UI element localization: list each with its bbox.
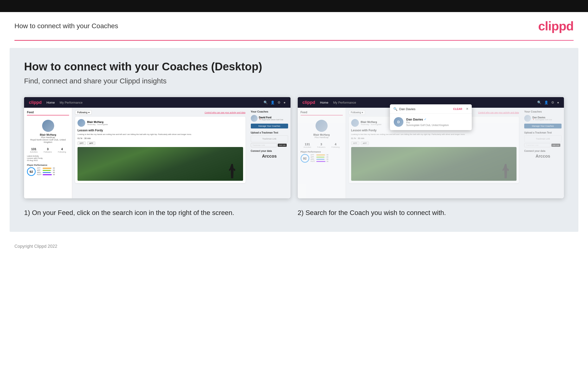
app-body-1: Feed Blair McHarg Plus Handicap Royal No… [24, 108, 290, 198]
stat-followers-lbl: Followers [44, 151, 52, 153]
location-icon: 📍 [259, 119, 261, 121]
add-link-button[interactable]: Add Link [278, 144, 287, 147]
post-title: Lesson with Fordy [78, 129, 243, 132]
avatar-icon[interactable]: ● [283, 101, 285, 104]
avatar-icon-2[interactable]: ● [557, 101, 559, 104]
description-row: 1) On your Feed, click on the search ico… [24, 208, 564, 217]
profile-name: Blair McHarg [27, 133, 69, 136]
right-panel-2: Your Coaches Dan Davies 📍Sunningdale Gol… [522, 108, 564, 198]
post-user-info: Blair McHarg Yesterday · Sunningdale [87, 120, 108, 126]
bar-app: APP 85 [37, 169, 69, 171]
post-avatar [78, 119, 85, 127]
bar-arg: ARG 86 [37, 172, 69, 173]
arccos-logo: Arccos [251, 154, 288, 159]
middle-panel-1: Following ▾ Control who can see your act… [72, 108, 248, 198]
stats-row: 131 Activities 3 Followers 4 Following [27, 147, 69, 153]
stat-following-lbl: Following [58, 151, 66, 153]
nav-performance-2[interactable]: My Performance [333, 101, 356, 104]
profile-club: Royal North Devon Golf Club, United King… [27, 138, 69, 143]
search-query[interactable]: Dan Davies [399, 107, 451, 111]
post-meta: Yesterday · Sunningdale [87, 123, 108, 126]
coach-name-2: Dan Davies [532, 116, 552, 119]
top-bar [0, 0, 588, 12]
profile-name-2: Blair McHarg [301, 133, 343, 136]
main-content: How to connect with your Coaches (Deskto… [10, 48, 578, 232]
nav-home[interactable]: Home [46, 101, 55, 104]
coach-club: 📍 Royal North Devon Golf Club [259, 119, 283, 121]
settings-icon[interactable]: ⚙ [278, 101, 281, 104]
stat-activities-val: 131 [30, 147, 38, 151]
post-text: Looking to feel like my hands are exitin… [78, 133, 243, 136]
btn-ott[interactable]: OTT [78, 141, 86, 145]
header-divider [14, 40, 574, 41]
nav-performance[interactable]: My Performance [60, 101, 83, 104]
header: How to connect with your Coaches clippd [0, 12, 588, 40]
trackman-input-row: Trackman Link Add Link [251, 143, 288, 147]
verified-badge: ✓ [424, 118, 427, 121]
stat-activities-lbl: Activities [30, 151, 38, 153]
search-icon-2[interactable]: 🔍 [537, 101, 541, 104]
close-search-button[interactable]: × [466, 107, 468, 111]
settings-icon-2[interactable]: ⚙ [551, 101, 554, 104]
description-2: 2) Search for the Coach you wish to conn… [298, 208, 564, 217]
feed-label: Feed [27, 110, 69, 115]
search-icon-overlay: 🔍 [393, 107, 397, 111]
manage-coaches-button-2[interactable]: Manage Your Coaches [524, 124, 562, 129]
latest-activity-section: Latest Activity Lesson with Fordy 03 Aug… [27, 155, 69, 161]
score-circle: 92 [27, 167, 36, 176]
trackman-input[interactable]: Trackman Link [251, 143, 277, 147]
coach-item: David Ford 📍 Royal North Devon Golf Club [251, 115, 288, 122]
post-buttons: OTT APP [78, 141, 243, 145]
nav-home-2[interactable]: Home [320, 101, 329, 104]
post-image [78, 147, 243, 181]
search-overlay: 🔍 Dan Davies CLEAR × D Dan Davies ✓ Pro [390, 104, 472, 130]
copyright: Copyright Clippd 2022 [14, 244, 57, 249]
app-mockup-1: clippd Home My Performance 🔍 👤 ⚙ ● Feed [24, 97, 290, 198]
result-info: Dan Davies ✓ Pro Sunningdale Golf Club, … [406, 118, 449, 127]
nav-icons: 🔍 👤 ⚙ ● [263, 101, 285, 104]
left-panel-1: Feed Blair McHarg Plus Handicap Royal No… [24, 108, 72, 198]
coaches-title: Your Coaches [251, 110, 288, 113]
nav-logo: clippd [29, 100, 42, 105]
stat-followers-val: 3 [44, 147, 52, 151]
btn-app[interactable]: APP [87, 141, 95, 145]
post-user-row: Blair McHarg Yesterday · Sunningdale [78, 119, 243, 127]
stats-row-2: 131Activities 3Followers 4Following [301, 142, 343, 148]
avatar-2 [316, 120, 328, 132]
control-link[interactable]: Control who can see your activity and da… [205, 111, 246, 114]
result-role: Pro [406, 121, 449, 124]
result-name: Dan Davies [406, 118, 423, 121]
search-result[interactable]: D Dan Davies ✓ Pro Sunningdale Golf Club… [390, 114, 472, 130]
screenshot-1: clippd Home My Performance 🔍 👤 ⚙ ● Feed [24, 97, 290, 198]
avatar-image [42, 120, 54, 132]
clear-button[interactable]: CLEAR [453, 108, 462, 110]
search-icon[interactable]: 🔍 [263, 101, 268, 104]
stat-activities: 131 Activities [30, 147, 38, 153]
nav-icons-2: 🔍 👤 ⚙ ● [537, 101, 559, 104]
following-button[interactable]: Following ▾ [75, 110, 92, 115]
stat-following-val: 4 [58, 147, 66, 151]
profile-area-2: Blair McHarg Plus Handicap [301, 118, 343, 140]
upload-title: Upload a Trackman Test [251, 131, 288, 134]
following-header: Following ▾ Control who can see your act… [75, 110, 246, 115]
bar-putt: PUTT 96 [37, 174, 69, 175]
connect-title: Connect your data [251, 150, 288, 152]
avatar [42, 120, 54, 132]
main-subtitle: Find, connect and share your Clippd insi… [24, 77, 564, 85]
coach-name: David Ford [259, 116, 283, 119]
app-nav: clippd Home My Performance 🔍 👤 ⚙ ● [24, 97, 290, 108]
left-panel-2: Feed Blair McHarg Plus Handicap 131Activ… [298, 108, 346, 198]
user-icon-2[interactable]: 👤 [544, 101, 548, 104]
stat-following: 4 Following [58, 147, 66, 153]
screenshots-row: clippd Home My Performance 🔍 👤 ⚙ ● Feed [24, 97, 564, 198]
description-1: 1) On your Feed, click on the search ico… [24, 208, 290, 217]
screenshot-2: clippd Home My Performance 🔍 👤 ⚙ ● Feed [298, 97, 564, 198]
user-icon[interactable]: 👤 [271, 101, 275, 104]
performance-section: Player Performance 92 OTT 90 [27, 164, 69, 176]
manage-coaches-button[interactable]: Manage Your Coaches [251, 124, 288, 129]
trackman-section: Upload a Trackman Test Trackman Link Tra… [251, 131, 288, 147]
perf-title: Player Performance [27, 164, 69, 166]
trackman-box: Trackman Link [251, 135, 288, 142]
app-mockup-2: clippd Home My Performance 🔍 👤 ⚙ ● Feed [298, 97, 564, 198]
right-panel-1: Your Coaches David Ford 📍 Royal North De… [248, 108, 290, 198]
